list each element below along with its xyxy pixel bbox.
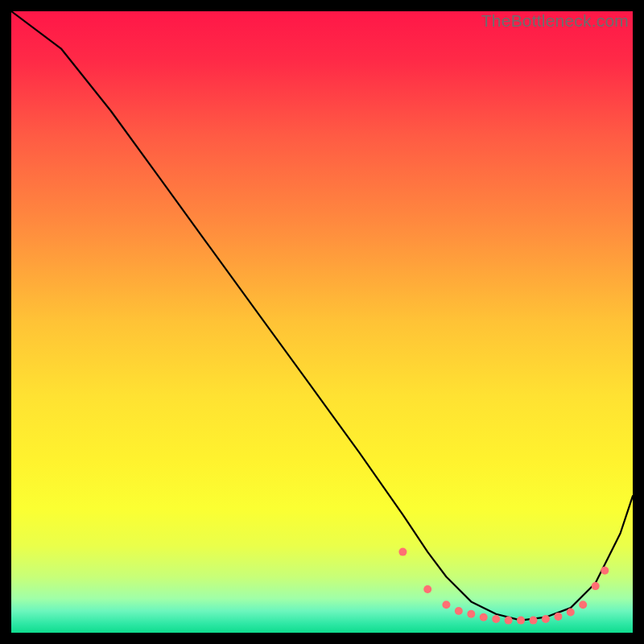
marker-dot (554, 613, 562, 621)
bottleneck-chart (11, 11, 633, 633)
marker-dot (505, 617, 513, 625)
marker-dot (467, 610, 475, 618)
marker-dot (480, 613, 488, 621)
marker-dot (601, 567, 609, 575)
marker-dot (579, 601, 587, 609)
marker-dot (398, 548, 407, 556)
marker-dot (423, 585, 431, 593)
chart-frame: TheBottleneck.com (11, 11, 633, 633)
marker-dot (567, 609, 575, 617)
marker-dot (542, 615, 550, 623)
marker-dot (442, 601, 450, 609)
watermark-text: TheBottleneck.com (481, 11, 629, 31)
gradient-background (11, 11, 633, 633)
marker-dot (530, 617, 538, 625)
marker-dot (455, 607, 463, 615)
marker-dot (517, 617, 525, 625)
marker-dot (492, 615, 500, 623)
marker-dot (592, 582, 600, 590)
